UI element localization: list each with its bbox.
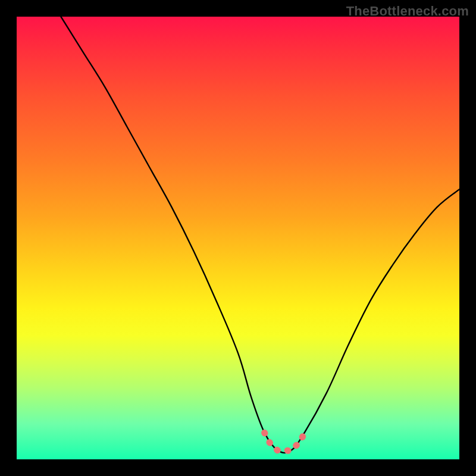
bottleneck-curve [61,17,459,453]
chart-frame: TheBottleneck.com [0,0,476,476]
plot-area [17,17,459,459]
curve-svg [17,17,459,459]
